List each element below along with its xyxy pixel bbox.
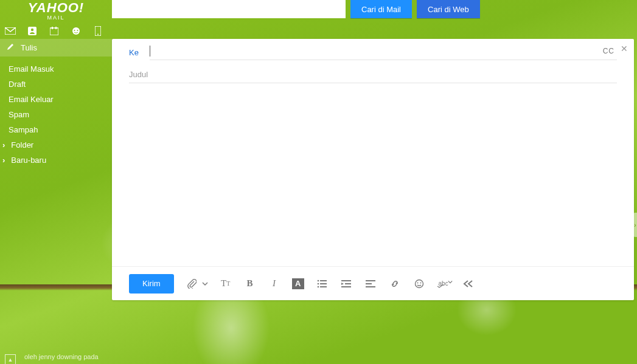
subject-field[interactable] (129, 67, 617, 83)
pencil-icon (6, 43, 15, 53)
logo-subtext: MAIL (0, 15, 112, 21)
theme-credit: oleh jenny downing pada (24, 353, 99, 360)
font-color-icon[interactable]: A (292, 278, 304, 289)
folder-inbox[interactable]: Email Masuk (0, 61, 112, 77)
svg-point-23 (417, 282, 418, 283)
font-size-icon[interactable]: TT (219, 277, 232, 290)
send-button[interactable]: Kirim (129, 274, 174, 294)
to-field[interactable] (153, 45, 600, 57)
logo[interactable]: YAHOO! MAIL (0, 0, 112, 21)
calendar-icon[interactable] (49, 27, 60, 35)
svg-point-1 (31, 29, 33, 31)
compose-button[interactable]: Tulis (0, 39, 112, 57)
chevron-down-icon[interactable] (202, 277, 208, 290)
text-cursor (150, 46, 150, 57)
svg-rect-16 (341, 280, 351, 281)
compose-toolbar: Kirim TT B I A abc (112, 266, 634, 300)
svg-rect-21 (366, 286, 375, 287)
svg-rect-2 (50, 28, 58, 35)
folder-spam[interactable]: Spam (0, 107, 112, 122)
search-web-button[interactable]: Cari di Web (417, 0, 480, 18)
svg-rect-3 (52, 27, 53, 29)
to-label: Ke (129, 48, 142, 57)
svg-rect-17 (345, 283, 351, 284)
expand-folders[interactable]: Folder (0, 137, 112, 153)
theme-image-icon[interactable]: ▲ (5, 354, 16, 364)
messenger-icon[interactable] (71, 27, 82, 35)
svg-point-10 (317, 280, 319, 281)
svg-point-24 (420, 282, 421, 283)
collapse-toolbar-icon[interactable] (461, 277, 475, 290)
folder-sent[interactable]: Email Keluar (0, 92, 112, 107)
mobile-icon[interactable] (92, 27, 103, 35)
mail-icon[interactable] (5, 27, 16, 35)
svg-point-14 (317, 286, 319, 287)
svg-rect-4 (55, 27, 57, 29)
svg-rect-20 (366, 283, 372, 284)
spellcheck-icon[interactable]: abc (437, 277, 450, 290)
expand-recent[interactable]: Baru-baru (0, 153, 112, 168)
search-mail-button[interactable]: Cari di Mail (350, 0, 412, 18)
italic-icon[interactable]: I (268, 277, 281, 290)
folder-drafts[interactable]: Draft (0, 77, 112, 92)
svg-rect-15 (320, 286, 327, 287)
svg-point-5 (72, 27, 80, 35)
compose-label: Tulis (21, 43, 37, 52)
sidebar: Tulis Email Masuk Draft Email Keluar Spa… (0, 39, 112, 173)
svg-rect-13 (320, 283, 327, 284)
indent-icon[interactable] (339, 277, 353, 290)
align-icon[interactable] (364, 277, 377, 290)
svg-point-9 (97, 34, 99, 35)
svg-point-6 (74, 30, 75, 31)
bold-icon[interactable]: B (243, 277, 257, 290)
logo-text: YAHOO! (0, 0, 112, 16)
svg-point-22 (415, 280, 423, 287)
svg-rect-11 (320, 280, 327, 281)
body-editor[interactable] (112, 88, 634, 266)
search-input[interactable] (112, 0, 346, 18)
cc-button[interactable]: CC (600, 47, 617, 55)
compose-panel: ✕ Ke CC Kirim TT B I A (112, 39, 634, 300)
folder-trash[interactable]: Sampah (0, 122, 112, 137)
svg-rect-19 (366, 280, 375, 281)
attach-icon[interactable] (185, 277, 198, 290)
right-panel-toggle[interactable]: › (633, 213, 637, 237)
bullet-list-icon[interactable] (315, 277, 329, 290)
link-icon[interactable] (388, 277, 402, 290)
close-icon[interactable]: ✕ (621, 44, 628, 53)
svg-point-7 (77, 30, 78, 31)
svg-rect-18 (341, 286, 351, 287)
emoji-icon[interactable] (412, 277, 426, 290)
svg-point-12 (317, 283, 319, 284)
contacts-icon[interactable] (27, 27, 38, 35)
